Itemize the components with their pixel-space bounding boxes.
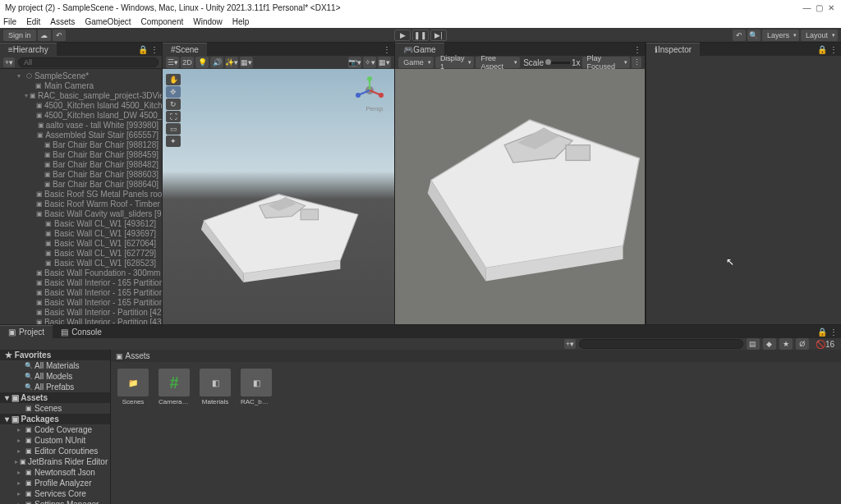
tree-row[interactable]: ▣Bar Chair Bar Chair [988482] [0,159,162,169]
orientation-gizmo[interactable] [355,76,384,105]
filter-type-icon[interactable]: ▤ [747,338,760,350]
tool-gizmos-icon[interactable]: ▦▾ [240,57,253,68]
scene-tab-menu[interactable]: ⋮ [379,45,394,54]
tree-row[interactable]: ▣4500_Kitchen Island 4500_Kitchen Island… [0,100,162,110]
scale-slider[interactable] [545,62,570,64]
game-menu-icon[interactable]: ⋮ [632,57,641,68]
tree-row[interactable]: ▣4500_Kitchen Island_DW 4500_Kitchen Isl… [0,110,162,120]
inspector-tab[interactable]: ℹ Inspector [646,43,700,56]
tree-row[interactable]: ▸▣Editor Coroutines [0,446,110,456]
project-tab[interactable]: ▣ Project [0,325,53,338]
tree-row[interactable]: ▸▣JetBrains Rider Editor [0,456,110,467]
hierarchy-tree[interactable]: ▾⬡SampleScene*▣Main Camera▾▣RAC_basic_sa… [0,69,162,324]
filter-label-icon[interactable]: ◆ [763,338,776,350]
tree-row[interactable]: ▣Basic Roof SG Metal Panels roof [243274… [0,189,162,199]
close-icon[interactable]: ✕ [826,3,836,12]
menu-help[interactable]: Help [232,17,250,26]
menu-window[interactable]: Window [193,17,223,26]
project-search-input[interactable] [579,339,743,349]
tree-row[interactable]: ▣Basic Wall Cavity wall_sliders [977133] [0,208,162,218]
tree-row[interactable]: ▣Bar Chair Bar Chair [988459] [0,149,162,159]
rect-tool-icon[interactable]: ▭ [166,123,181,135]
create-dropdown-icon[interactable]: +▾ [3,57,15,67]
grid-snap-icon[interactable]: ▦▾ [378,57,391,68]
pause-icon[interactable]: ❚❚ [412,30,429,41]
game-mode-dropdown[interactable]: Game [398,57,434,68]
asset-item[interactable]: ◧Materials [200,369,231,405]
tree-row[interactable]: 🔍All Models [0,371,110,382]
tree-row[interactable]: ▸▣Services Core [0,488,110,499]
hierarchy-search-input[interactable] [18,57,159,67]
undo-icon[interactable]: ↶ [733,30,746,41]
tree-row[interactable]: ▸▣Code Coverage [0,424,110,435]
tree-row[interactable]: 🔍All Prefabs [0,382,110,392]
expand-icon[interactable]: ▸ [15,501,23,504]
expand-icon[interactable]: ▸ [15,447,23,455]
tree-row[interactable]: ▣Bar Chair Bar Chair [988640] [0,179,162,189]
gizmos-dropdown[interactable]: ✧▾ [363,57,376,68]
asset-item[interactable]: ◧RAC_basic... [241,369,272,405]
tree-row[interactable]: ▣Scenes [0,403,110,414]
tree-row[interactable]: ▣Bar Chair Bar Chair [988603] [0,169,162,179]
expand-icon[interactable]: ▸ [15,469,23,476]
aspect-dropdown[interactable]: Free Aspect [476,57,520,68]
expand-icon[interactable]: ▸ [15,490,23,497]
hidden-icon[interactable]: Ø [796,338,809,350]
menu-edit[interactable]: Edit [26,17,40,26]
tree-row[interactable]: ▣Assembled Stair Stair [665557] [0,130,162,140]
menu-file[interactable]: File [3,17,16,26]
cloud-icon[interactable]: ☁ [38,30,51,41]
tree-row[interactable]: ▣Basic Wall Interior - 165 Partition (1-… [0,297,162,307]
scene-canvas[interactable]: ✋ ✥ ↻ ⛶ ▭ ✦ [163,69,394,324]
asset-item[interactable]: #CameraM... [159,369,190,405]
menu-gameobject[interactable]: GameObject [85,17,131,26]
move-tool-icon[interactable]: ✥ [166,86,181,98]
sign-in-button[interactable]: Sign in [3,30,36,41]
tree-row[interactable]: ▸▣Custom NUnit [0,435,110,446]
hierarchy-lock-icon[interactable]: 🔒 ⋮ [135,45,162,54]
tree-row[interactable]: ▣Basic Roof Warm Roof - Timber [724430] [0,199,162,208]
favorites-header[interactable]: ★ Favorites [0,350,110,360]
game-tab-menu[interactable]: ⋮ [630,45,645,54]
layout-dropdown[interactable]: Layout [801,30,838,41]
tree-row[interactable]: ▸▣Newtonsoft Json [0,467,110,478]
asset-item[interactable]: 📁Scenes [117,369,149,405]
menu-component[interactable]: Component [141,17,184,26]
scene-tab[interactable]: # Scene [163,43,207,56]
play-icon[interactable]: ▶ [394,30,411,41]
hand-tool-icon[interactable]: ✋ [166,74,181,85]
game-tab[interactable]: 🎮 Game [395,43,443,56]
tool-light-icon[interactable]: 💡 [195,57,209,68]
scale-tool-icon[interactable]: ⛶ [166,111,181,122]
expand-icon[interactable]: ▾ [15,72,23,80]
expand-icon[interactable]: ▸ [15,479,23,487]
search-icon[interactable]: 🔍 [747,30,761,41]
expand-icon[interactable]: ▸ [15,458,18,465]
tree-row[interactable]: ▣Basic Wall CL_W1 [493697] [0,228,162,238]
console-tab[interactable]: ▤ Console [53,325,110,338]
expand-icon[interactable]: ▾ [25,92,28,99]
layers-dropdown[interactable]: Layers [762,30,799,41]
undo-history-icon[interactable]: ↶ [53,30,66,41]
project-create-icon[interactable]: +▾ [564,339,576,349]
tree-row[interactable]: 🔍All Materials [0,360,110,371]
tree-row[interactable]: ▣Main Camera [0,80,162,90]
camera-icon[interactable]: 📷▾ [348,57,361,68]
tree-row[interactable]: ▣Basic Wall CL_W1 [493612] [0,218,162,228]
tree-row[interactable]: ▣Basic Wall Foundation - 300mm Concrete … [0,268,162,277]
hierarchy-tab[interactable]: ≡ Hierarchy [0,43,57,56]
tree-row[interactable]: ▸▣Settings Manager [0,499,110,504]
tree-row[interactable]: ▣Bar Chair Bar Chair [988128] [0,140,162,149]
tree-row[interactable]: ▾▣RAC_basic_sample_project-3DView-{3D} [0,90,162,100]
tree-row[interactable]: ▣Basic Wall CL_W1 [627729] [0,248,162,258]
tree-row[interactable]: ▾⬡SampleScene* [0,71,162,80]
tree-row[interactable]: ▣Basic Wall Interior - 165 Partition (1-… [0,287,162,297]
step-icon[interactable]: ▶| [430,30,447,41]
tree-row[interactable]: ▸▣Profile Analyzer [0,478,110,488]
menu-assets[interactable]: Assets [50,17,75,26]
display-dropdown[interactable]: Display 1 [435,57,475,68]
project-tab-menu[interactable]: 🔒 ⋮ [814,328,841,337]
rotate-tool-icon[interactable]: ↻ [166,99,181,110]
tool-audio-icon[interactable]: 🔊 [210,57,223,68]
breadcrumb[interactable]: ▣ Assets [111,350,841,362]
